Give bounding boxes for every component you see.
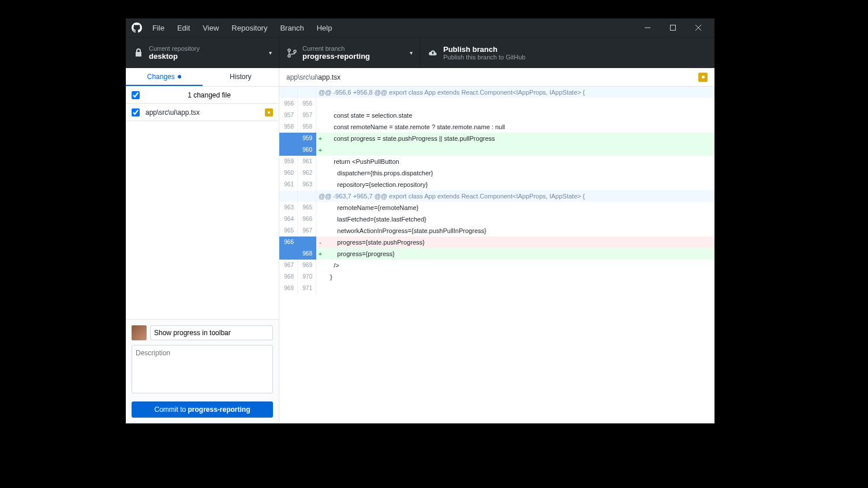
branch-label: Current branch xyxy=(302,45,370,52)
menu-branch[interactable]: Branch xyxy=(278,22,306,33)
github-logo-icon xyxy=(132,22,142,33)
diff-area: app\src\ui\app.tsx @@ -956,6 +956,8 @@ e… xyxy=(279,68,714,423)
diff-path-prefix: app\src\ui\ xyxy=(286,73,318,81)
new-line-number xyxy=(298,87,316,98)
diff-line[interactable]: @@ -963,7 +965,7 @@ export class App ext… xyxy=(279,190,714,202)
diff-marker xyxy=(316,98,324,110)
chevron-down-icon: ▾ xyxy=(269,50,272,56)
diff-line[interactable]: 961963 repository={selection.repository} xyxy=(279,179,714,190)
new-line-number: 966 xyxy=(298,213,316,225)
diff-marker xyxy=(316,260,324,271)
commit-area: Commit to progress-reporting xyxy=(126,319,279,423)
diff-line[interactable]: 957957 const state = selection.state xyxy=(279,110,714,121)
repo-selector[interactable]: Current repository desktop ▾ xyxy=(126,37,279,68)
new-line-number: 969 xyxy=(298,260,316,271)
diff-line[interactable]: 967969 /> xyxy=(279,260,714,271)
diff-code: /> xyxy=(324,260,714,271)
menu-help[interactable]: Help xyxy=(315,22,335,33)
diff-line[interactable]: 958958 const remoteName = state.remote ?… xyxy=(279,121,714,133)
svg-rect-0 xyxy=(671,25,676,31)
tab-changes[interactable]: Changes xyxy=(126,68,203,86)
diff-code xyxy=(324,98,714,110)
new-line-number: 963 xyxy=(298,179,316,190)
menu-edit[interactable]: Edit xyxy=(175,22,192,33)
diff-code: } xyxy=(324,271,714,283)
diff-line[interactable]: 966- progress={state.pushProgress} xyxy=(279,237,714,248)
diff-marker xyxy=(316,213,324,225)
diff-marker xyxy=(316,202,324,213)
diff-line[interactable]: 965967 networkActionInProgress={state.pu… xyxy=(279,225,714,237)
diff-line[interactable]: 964966 lastFetched={state.lastFetched} xyxy=(279,213,714,225)
old-line-number xyxy=(279,248,298,260)
new-line-number: 968 xyxy=(298,248,316,260)
old-line-number: 957 xyxy=(279,110,298,121)
old-line-number: 968 xyxy=(279,271,298,283)
branch-value: progress-reporting xyxy=(302,52,370,61)
old-line-number: 967 xyxy=(279,260,298,271)
old-line-number: 963 xyxy=(279,202,298,213)
diff-line[interactable]: @@ -956,6 +956,8 @@ export class App ext… xyxy=(279,87,714,98)
publish-button[interactable]: Publish branch Publish this branch to Gi… xyxy=(420,37,714,68)
select-all-checkbox[interactable] xyxy=(132,91,140,99)
diff-marker: + xyxy=(316,133,324,144)
new-line-number: 957 xyxy=(298,110,316,121)
old-line-number xyxy=(279,87,298,98)
file-checkbox[interactable] xyxy=(132,108,140,117)
menu-view[interactable]: View xyxy=(200,22,221,33)
diff-line[interactable]: 968970 } xyxy=(279,271,714,283)
diff-code xyxy=(324,144,714,156)
tab-history[interactable]: History xyxy=(203,68,279,86)
new-line-number: 958 xyxy=(298,121,316,133)
diff-marker: + xyxy=(316,248,324,260)
old-line-number: 964 xyxy=(279,213,298,225)
commit-description-input[interactable] xyxy=(132,345,273,393)
diff-line[interactable]: 968+ progress={progress} xyxy=(279,248,714,260)
publish-label: Publish branch xyxy=(443,45,525,54)
old-line-number: 958 xyxy=(279,121,298,133)
diff-code: progress={state.pushProgress} xyxy=(324,237,714,248)
commit-button-prefix: Commit to xyxy=(154,406,188,414)
diff-marker xyxy=(316,283,324,294)
diff-path-file: app.tsx xyxy=(318,73,341,81)
close-button[interactable] xyxy=(688,20,709,36)
old-line-number xyxy=(279,144,298,156)
menu-file[interactable]: File xyxy=(150,22,167,33)
diff-body[interactable]: @@ -956,6 +956,8 @@ export class App ext… xyxy=(279,87,714,423)
modified-badge-icon xyxy=(698,73,708,82)
changed-files-header: 1 changed file xyxy=(126,87,279,104)
diff-line[interactable]: 963965 remoteName={remoteName} xyxy=(279,202,714,213)
new-line-number: 961 xyxy=(298,156,316,167)
commit-summary-input[interactable] xyxy=(150,325,273,340)
diff-line[interactable]: 960962 dispatcher={this.props.dispatcher… xyxy=(279,167,714,179)
file-item[interactable]: app\src\ui\app.tsx xyxy=(126,104,279,121)
old-line-number: 960 xyxy=(279,167,298,179)
diff-line[interactable]: 956956 xyxy=(279,98,714,110)
file-list: app\src\ui\app.tsx xyxy=(126,104,279,121)
old-line-number: 965 xyxy=(279,225,298,237)
diff-marker xyxy=(316,225,324,237)
cloud-upload-icon xyxy=(428,48,437,58)
toolbar: Current repository desktop ▾ Current bra… xyxy=(126,37,714,68)
minimize-button[interactable] xyxy=(637,20,658,36)
hunk-header: @@ -956,6 +956,8 @@ export class App ext… xyxy=(316,87,714,98)
branch-selector[interactable]: Current branch progress-reporting ▾ xyxy=(279,37,420,68)
diff-line[interactable]: 959961 return <PushPullButton xyxy=(279,156,714,167)
lock-icon xyxy=(134,48,143,58)
maximize-button[interactable] xyxy=(663,20,683,36)
modified-badge-icon xyxy=(265,108,273,117)
diff-line[interactable]: 959+ const progress = state.pushProgress… xyxy=(279,133,714,144)
app-window: File Edit View Repository Branch Help Cu… xyxy=(126,18,714,423)
diff-line[interactable]: 969971 xyxy=(279,283,714,294)
tab-history-label: History xyxy=(230,73,251,81)
new-line-number: 956 xyxy=(298,98,316,110)
diff-code: dispatcher={this.props.dispatcher} xyxy=(324,167,714,179)
commit-button[interactable]: Commit to progress-reporting xyxy=(132,401,273,418)
diff-line[interactable]: 960+ xyxy=(279,144,714,156)
titlebar: File Edit View Repository Branch Help xyxy=(126,18,714,37)
avatar xyxy=(132,325,147,340)
menu-repository[interactable]: Repository xyxy=(229,22,270,33)
diff-marker: + xyxy=(316,144,324,156)
diff-code: networkActionInProgress={state.pushPullI… xyxy=(324,225,714,237)
new-line-number xyxy=(298,190,316,202)
diff-code: const remoteName = state.remote ? state.… xyxy=(324,121,714,133)
